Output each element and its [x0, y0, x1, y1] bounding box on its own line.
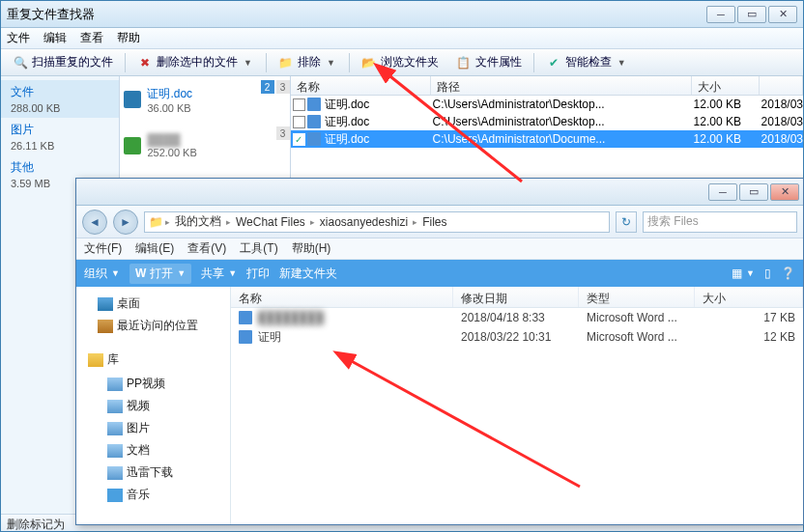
category-images[interactable]: 图片26.11 KB: [1, 118, 119, 155]
file-row[interactable]: ✓证明.docC:\Users\Administrator\Docume...1…: [291, 130, 803, 148]
search-icon: 🔍: [13, 55, 28, 70]
word-icon: [239, 330, 252, 344]
col-size[interactable]: 大小: [695, 287, 803, 307]
menu-tools[interactable]: 工具(T): [240, 240, 277, 257]
tree-node[interactable]: 图片: [80, 417, 226, 439]
file-row[interactable]: 证明.docC:\Users\Administrator\Desktop...1…: [291, 96, 803, 113]
tree-node[interactable]: 桌面: [80, 293, 226, 315]
maximize-button[interactable]: ▭: [737, 6, 766, 23]
checkbox[interactable]: ✓: [293, 133, 305, 146]
toolbar: 🔍扫描重复的文件 ✖删除选中的文件▼ 📁排除▼ 📂 浏览文件夹 📋文件属性 ✔智…: [1, 49, 803, 76]
count-badge: 3: [276, 80, 290, 94]
word-icon: [124, 91, 141, 108]
folder-icon: 📁: [278, 55, 294, 70]
menu-edit[interactable]: 编辑: [43, 30, 67, 46]
folder-icon: [98, 320, 113, 333]
dropdown-icon: ▼: [242, 58, 254, 68]
menu-help[interactable]: 帮助: [117, 30, 140, 46]
file-pane: 名称 修改日期 类型 大小 ████████2018/04/18 8:33Mic…: [231, 287, 803, 524]
view-options-button[interactable]: ▦ ▼: [732, 266, 755, 280]
col-name[interactable]: 名称: [291, 76, 431, 95]
menu-view[interactable]: 查看(V): [187, 240, 226, 257]
share-button[interactable]: 共享 ▼: [201, 266, 237, 282]
excel-icon: [124, 137, 141, 154]
tree-node[interactable]: 文档: [80, 439, 226, 462]
breadcrumb[interactable]: xiaosanyedeshizi: [317, 215, 411, 229]
file-row[interactable]: 证明.docC:\Users\Administrator\Desktop...1…: [291, 113, 803, 130]
word-icon: [307, 115, 321, 128]
list-header: 名称 路径 大小: [291, 76, 803, 96]
scan-button[interactable]: 🔍扫描重复的文件: [7, 52, 119, 72]
browse-folder-button[interactable]: 📂 浏览文件夹: [356, 52, 445, 72]
tree-node[interactable]: 库: [80, 349, 226, 371]
tree-node[interactable]: 视频: [80, 395, 226, 417]
forward-button[interactable]: ►: [113, 210, 138, 235]
menu-file[interactable]: 文件: [7, 30, 30, 46]
group-row[interactable]: 证明.doc36.00 KB 23: [120, 76, 289, 123]
col-size[interactable]: 大小: [692, 76, 760, 95]
close-button[interactable]: ✕: [770, 183, 799, 201]
minimize-button[interactable]: ─: [706, 6, 735, 23]
category-files[interactable]: 文件288.00 KB: [1, 80, 119, 118]
checkbox[interactable]: [293, 116, 305, 128]
new-folder-button[interactable]: 新建文件夹: [279, 266, 337, 282]
folder-icon: 📁: [149, 215, 163, 229]
smart-check-button[interactable]: ✔智能检查▼: [540, 52, 634, 72]
maximize-button[interactable]: ▭: [739, 183, 768, 201]
breadcrumb[interactable]: Files: [419, 215, 449, 229]
menu-help[interactable]: 帮助(H): [292, 240, 331, 257]
open-button[interactable]: W 打开 ▼: [129, 264, 191, 284]
col-date[interactable]: [760, 76, 803, 95]
dropdown-icon: ▼: [616, 58, 628, 68]
folder-icon: [107, 466, 123, 480]
explorer-body: 桌面最近访问的位置库PP视频视频图片文档迅雷下载音乐 名称 修改日期 类型 大小…: [76, 287, 803, 524]
file-row[interactable]: ████████2018/04/18 8:33Microsoft Word ..…: [231, 308, 803, 327]
delete-icon: ✖: [137, 55, 153, 70]
folder-icon: [107, 444, 123, 458]
folder-icon: [107, 422, 123, 435]
search-input[interactable]: 搜索 Files: [643, 211, 797, 233]
delete-button[interactable]: ✖删除选中的文件▼: [131, 52, 260, 72]
breadcrumb[interactable]: WeChat Files: [233, 215, 308, 229]
folder-icon: [98, 297, 113, 311]
folder-icon: [88, 353, 103, 367]
count-badge: 2: [261, 80, 274, 94]
nav-bar: ◄ ► 📁 ▸ 我的文档▸ WeChat Files▸ xiaosanyedes…: [76, 206, 803, 238]
preview-pane-button[interactable]: ▯: [764, 266, 771, 280]
menu-file[interactable]: 文件(F): [84, 240, 122, 257]
tree-node[interactable]: 最近访问的位置: [80, 315, 226, 337]
refresh-button[interactable]: ↻: [616, 211, 637, 233]
col-name[interactable]: 名称: [231, 287, 453, 307]
minimize-button[interactable]: ─: [708, 183, 737, 201]
menu-edit[interactable]: 编辑(E): [135, 240, 174, 257]
breadcrumb[interactable]: 我的文档: [172, 213, 224, 230]
organize-bar: 组织 ▼ W 打开 ▼ 共享 ▼ 打印 新建文件夹 ▦ ▼ ▯ ❔: [76, 260, 803, 287]
group-row[interactable]: ████252.00 KB 3: [120, 123, 289, 169]
sort-button[interactable]: 📁排除▼: [273, 52, 343, 72]
menu-bar: 文件 编辑 查看 帮助: [1, 28, 803, 49]
help-button[interactable]: ❔: [781, 266, 795, 280]
print-button[interactable]: 打印: [246, 266, 270, 282]
folder-icon: [107, 400, 123, 413]
close-button[interactable]: ✕: [768, 6, 797, 23]
window-title: 重复文件查找器: [7, 6, 706, 23]
menu-view[interactable]: 查看: [80, 30, 103, 46]
checkbox[interactable]: [293, 98, 305, 111]
check-icon: ✔: [546, 55, 561, 70]
folder-icon: [107, 489, 123, 502]
properties-button[interactable]: 📋文件属性: [450, 52, 528, 72]
organize-button[interactable]: 组织 ▼: [84, 266, 120, 282]
tree-node[interactable]: 迅雷下载: [80, 462, 226, 484]
titlebar: ─ ▭ ✕: [76, 179, 803, 206]
file-row[interactable]: 证明2018/03/22 10:31Microsoft Word ...12 K…: [231, 327, 803, 347]
col-date[interactable]: 修改日期: [453, 287, 579, 307]
properties-icon: 📋: [456, 55, 472, 70]
tree-node[interactable]: PP视频: [80, 373, 226, 395]
back-button[interactable]: ◄: [82, 210, 107, 235]
word-icon: [239, 311, 252, 324]
tree-node[interactable]: 音乐: [80, 484, 226, 506]
col-path[interactable]: 路径: [431, 76, 692, 95]
col-type[interactable]: 类型: [579, 287, 695, 307]
address-bar[interactable]: 📁 ▸ 我的文档▸ WeChat Files▸ xiaosanyedeshizi…: [144, 211, 610, 233]
word-icon: [307, 132, 321, 146]
